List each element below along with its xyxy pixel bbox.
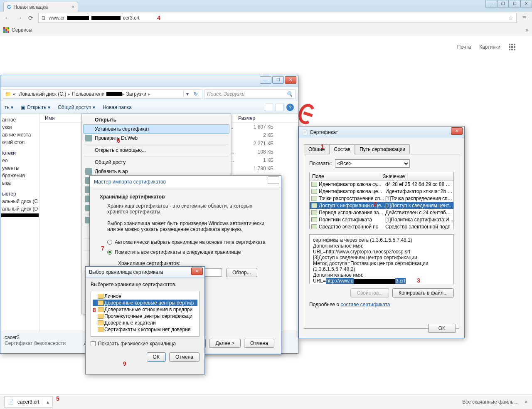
rar-icon — [85, 168, 92, 175]
tree-node[interactable]: Доверительные отношения в предпри — [93, 306, 197, 313]
forward-button[interactable]: → — [15, 14, 23, 22]
tree-node[interactable]: Доверенные издатели — [93, 320, 197, 326]
crumb-seg[interactable]: Локальный диск (C:) — [17, 91, 68, 97]
organize-menu[interactable]: ть ▾ — [5, 104, 13, 110]
cert-field-grid[interactable]: ПолеЗначение Идентификатор ключа су...d4… — [309, 172, 454, 229]
explorer-search[interactable]: Поиск: Загрузки 🔍 — [204, 89, 296, 99]
download-chip[interactable]: 📄 cacer3.crt ▴ — [4, 397, 53, 407]
radio-icon[interactable] — [107, 240, 112, 245]
menu-icon[interactable]: ≡ — [520, 14, 529, 22]
redacted — [106, 92, 122, 96]
crumb-seg[interactable]: Пользователи — [70, 91, 106, 97]
maximize-button[interactable]: ☐ — [509, 0, 520, 7]
nav-item[interactable]: бражения — [1, 172, 39, 179]
download-dropdown-icon[interactable]: ▴ — [43, 399, 49, 405]
learn-more-link[interactable]: составе сертификата — [341, 302, 390, 307]
nav-item[interactable]: ументы — [1, 164, 39, 172]
wizard-opt-manual[interactable]: Поместить все сертификаты в следующее хр… — [107, 247, 271, 257]
close-tab-icon[interactable]: × — [71, 4, 74, 10]
wizard-opt-auto[interactable]: Автоматически выбрать хранилище на основ… — [107, 237, 271, 247]
tab-general[interactable]: Общие — [304, 144, 329, 154]
open-item[interactable]: ▣ Открыть ▾ — [21, 104, 50, 110]
nav-item[interactable]: анное — [1, 116, 39, 124]
cert-detail-text[interactable]: сертификата через сеть (1.3.6.1.5.5.7.48… — [309, 234, 454, 284]
copy-to-file-button[interactable]: Копировать в файл... — [392, 288, 454, 297]
back-button[interactable]: ← — [3, 14, 12, 22]
ctx-share[interactable]: Общий досту — [83, 158, 229, 167]
next-button[interactable]: Далее > — [209, 339, 241, 348]
ctx-open[interactable]: Открыть — [83, 115, 229, 124]
restore-button[interactable]: ❐ — [497, 0, 509, 7]
close-button[interactable]: ✕ — [191, 268, 203, 275]
maximize-button[interactable]: ☐ — [272, 76, 284, 84]
nav-item[interactable]: узки — [1, 124, 39, 131]
nav-item[interactable]: альный диск (C — [1, 198, 39, 205]
picker-title: Выбор хранилища сертификата — [89, 269, 163, 275]
picker-titlebar[interactable]: Выбор хранилища сертификата ✕ — [86, 267, 204, 278]
tab-path[interactable]: Путь сертификации — [355, 144, 410, 154]
overflow-chevron-icon[interactable]: » — [526, 27, 529, 33]
tab-details[interactable]: Состав — [329, 144, 355, 154]
browse-button[interactable]: Обзор... — [226, 268, 257, 277]
close-button[interactable]: ✕ — [268, 176, 279, 184]
close-button[interactable]: ✕ — [451, 127, 463, 135]
col-field[interactable]: Поле — [310, 174, 380, 179]
cancel-button[interactable]: Отмена — [244, 339, 274, 348]
nav-item[interactable]: очий стол — [1, 139, 39, 146]
properties-button[interactable]: Свойства... — [350, 288, 389, 297]
preview-icon[interactable] — [276, 104, 284, 111]
ok-button[interactable]: OK — [428, 324, 456, 333]
tree-node[interactable]: Промежуточные центры сертификаци — [93, 313, 197, 320]
apps-icon[interactable] — [3, 27, 9, 33]
nav-item[interactable]: альный диск (D — [1, 205, 39, 213]
show-physical-row[interactable]: Показать физические хранилища — [91, 341, 200, 347]
tree-node[interactable]: Личное — [93, 293, 197, 300]
address-bar[interactable]: 🗋 www.cr cer3.crt ☆ — [38, 13, 517, 23]
col-value[interactable]: Значение — [380, 174, 408, 179]
apps-label[interactable]: Сервисы — [12, 27, 32, 33]
tree-node-selected[interactable]: Доверенные корневые центры сертиф — [93, 300, 197, 306]
url-prefix: www.cr — [49, 15, 65, 21]
bookmarks-bar: Сервисы » — [0, 24, 532, 36]
explorer-titlebar[interactable]: — ☐ ✕ — [0, 75, 298, 87]
ok-button[interactable]: ОК — [147, 352, 166, 362]
checkbox-icon[interactable] — [91, 341, 96, 346]
minimize-button[interactable]: — — [485, 0, 497, 7]
cert-titlebar[interactable]: 📄 Сертификат ✕ — [299, 126, 464, 138]
view-icon[interactable] — [265, 104, 273, 111]
show-all-downloads[interactable]: Все скачанные файлы... — [462, 399, 519, 405]
newfolder-item[interactable]: Новая папка — [103, 104, 132, 110]
store-tree[interactable]: Личное Доверенные корневые центры сертиф… — [91, 291, 200, 337]
cancel-button[interactable]: Отмена — [169, 352, 200, 362]
google-logo-fragment — [296, 102, 318, 126]
nav-item[interactable]: авние места — [1, 131, 39, 139]
browser-tab[interactable]: G Новая вкладка × — [3, 2, 78, 12]
ctx-drweb[interactable]: Проверить Dr.Web — [83, 134, 229, 143]
reload-button[interactable]: ⟳ — [27, 14, 35, 22]
ctx-install-cert[interactable]: Установить сертификат — [83, 124, 229, 134]
bookmark-star-icon[interactable]: ☆ — [508, 15, 514, 21]
close-bar-icon[interactable]: × — [525, 399, 528, 405]
wizard-title: Мастер импорта сертификатов — [94, 179, 166, 185]
mail-link[interactable]: Почта — [457, 44, 471, 50]
apps-grid-icon[interactable] — [509, 44, 515, 50]
help-icon[interactable]: ? — [286, 104, 294, 111]
radio-icon[interactable] — [107, 250, 112, 255]
minimize-button[interactable]: — — [260, 76, 271, 84]
nav-item[interactable]: ыка — [1, 179, 39, 187]
store-picker-dialog: Выбор хранилища сертификата ✕ Выберите х… — [85, 266, 205, 374]
close-button[interactable]: ✕ — [520, 0, 532, 7]
breadcrumb[interactable]: 📁 « Локальный диск (C:)▸ Пользователи ▸ … — [3, 89, 202, 99]
wizard-titlebar[interactable]: Мастер импорта сертификатов ✕ — [90, 176, 281, 188]
close-button[interactable]: ✕ — [285, 76, 296, 84]
show-select[interactable]: <Все> — [335, 159, 410, 168]
tree-node[interactable]: Сертификаты к которым нет доверия — [93, 326, 197, 333]
images-link[interactable]: Картинки — [479, 44, 500, 50]
nav-item[interactable]: ео — [1, 157, 39, 164]
share-item[interactable]: Общий доступ ▾ — [58, 104, 95, 110]
nav-header[interactable]: іотеки — [1, 149, 39, 157]
nav-header[interactable]: ьютер — [1, 190, 39, 198]
ctx-openwith[interactable]: Открыть с помощью... — [83, 146, 229, 155]
ctx-addrar[interactable]: Добавить в ар — [83, 167, 229, 176]
crumb-seg[interactable]: Загрузки — [125, 91, 148, 97]
